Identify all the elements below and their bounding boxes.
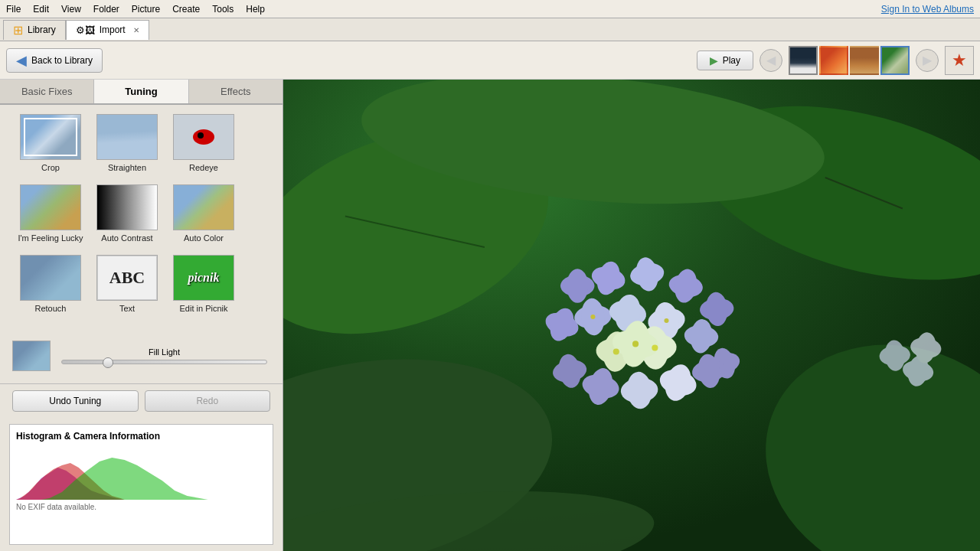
histogram-title: Histogram & Camera Information — [16, 431, 266, 442]
thumbnail-2[interactable] — [819, 46, 848, 75]
redeye-preview-image — [174, 115, 234, 159]
straighten-preview-image — [96, 114, 158, 160]
tool-autocontrast[interactable]: Auto Contrast — [89, 184, 165, 243]
text-abc-icon: ABC — [109, 268, 145, 288]
undo-redo-section: Undo Tuning Redo — [0, 383, 283, 418]
histogram-note: No EXIF data available. — [16, 503, 266, 511]
tool-retouch-thumb — [20, 255, 81, 301]
star-icon: ★ — [952, 51, 967, 70]
tools-grid: Crop Straighten Redeye — [0, 105, 283, 334]
edit-tabs: Basic Fixes Tuning Effects — [0, 80, 283, 105]
tool-autocolor-label: Auto Color — [184, 233, 224, 243]
back-to-library-button[interactable]: ◀ Back to Library — [6, 48, 103, 73]
tab-import[interactable]: ⚙🖼 Import ✕ — [66, 20, 149, 40]
tab-effects[interactable]: Effects — [189, 80, 283, 103]
svg-point-50 — [652, 344, 658, 350]
svg-point-53 — [664, 318, 668, 323]
fill-light-section: Fill Light — [0, 334, 283, 383]
menubar: File Edit View Folder Picture Create Too… — [0, 0, 980, 18]
tool-straighten[interactable]: Straighten — [89, 114, 165, 172]
redo-button[interactable]: Redo — [145, 390, 271, 412]
menu-tools[interactable]: Tools — [212, 4, 234, 15]
tool-lucky-thumb — [20, 184, 81, 230]
back-label: Back to Library — [31, 55, 93, 66]
library-icon: ⊞ — [13, 23, 23, 37]
main-layout: Basic Fixes Tuning Effects Crop Straight… — [0, 80, 980, 551]
svg-point-52 — [590, 315, 595, 319]
menu-help[interactable]: Help — [246, 4, 265, 15]
svg-point-12 — [567, 269, 588, 302]
play-button[interactable]: ▶ Play — [697, 51, 753, 70]
fill-light-slider-thumb[interactable] — [103, 357, 113, 368]
retouch-preview-image — [21, 256, 80, 300]
tool-text[interactable]: ABC Text — [89, 255, 165, 313]
thumbnail-1[interactable] — [789, 46, 818, 75]
crop-preview-image — [21, 115, 80, 159]
left-panel: Basic Fixes Tuning Effects Crop Straight… — [0, 80, 283, 551]
histogram-section: Histogram & Camera Information No EXIF d… — [9, 424, 273, 545]
menu-file[interactable]: File — [6, 4, 21, 15]
redeye-eye-icon — [193, 129, 214, 145]
autocolor-preview-image — [174, 185, 234, 230]
autocontrast-preview-image — [97, 185, 157, 230]
play-label: Play — [723, 55, 740, 66]
tool-text-label: Text — [119, 304, 135, 313]
tool-redeye-thumb — [173, 114, 234, 160]
star-button[interactable]: ★ — [945, 46, 974, 75]
tool-crop[interactable]: Crop — [12, 114, 89, 172]
menu-view[interactable]: View — [61, 4, 81, 15]
tab-library-label: Library — [28, 24, 56, 35]
picnik-preview-image: picnik — [174, 256, 234, 300]
thumbnail-strip — [789, 46, 910, 75]
thumbnail-3[interactable] — [850, 46, 879, 75]
tab-basic-fixes[interactable]: Basic Fixes — [0, 80, 94, 103]
undo-button[interactable]: Undo Tuning — [12, 390, 139, 412]
tool-text-thumb: ABC — [96, 255, 158, 301]
toolbar: ◀ Back to Library ▶ Play ◀ ▶ ★ — [0, 41, 980, 80]
tool-straighten-label: Straighten — [108, 163, 146, 172]
fill-light-preview — [13, 341, 50, 370]
tabbar: ⊞ Library ⚙🖼 Import ✕ — [0, 18, 980, 41]
signin-link[interactable]: Sign In to Web Albums — [881, 4, 974, 15]
histogram-svg — [16, 446, 266, 500]
menu-edit[interactable]: Edit — [33, 4, 49, 15]
next-button[interactable]: ▶ — [916, 49, 939, 72]
tool-picnik-label: Edit in Picnik — [180, 304, 228, 313]
tool-autocolor[interactable]: Auto Color — [165, 184, 242, 243]
thumbnail-4[interactable] — [880, 46, 910, 75]
tool-redeye-label: Redeye — [189, 163, 218, 172]
tool-crop-label: Crop — [41, 163, 60, 172]
tool-retouch[interactable]: Retouch — [12, 255, 89, 313]
play-icon: ▶ — [710, 54, 718, 67]
tool-lucky-label: I'm Feeling Lucky — [18, 233, 83, 243]
main-photo-svg — [283, 80, 980, 551]
svg-point-49 — [613, 348, 619, 354]
tool-straighten-thumb — [96, 114, 158, 160]
tool-crop-thumb — [20, 114, 81, 160]
tool-retouch-label: Retouch — [35, 304, 67, 313]
menu-picture[interactable]: Picture — [132, 4, 160, 15]
tool-redeye[interactable]: Redeye — [165, 114, 242, 172]
menu-create[interactable]: Create — [172, 4, 200, 15]
import-icon: ⚙🖼 — [76, 24, 95, 36]
fill-light-slider-track[interactable] — [61, 360, 267, 364]
text-preview-image: ABC — [97, 256, 157, 300]
tab-close-icon[interactable]: ✕ — [133, 26, 139, 34]
tool-lucky[interactable]: I'm Feeling Lucky — [12, 184, 89, 243]
fill-light-thumbnail — [12, 341, 51, 371]
tool-autocolor-thumb — [173, 184, 234, 230]
tool-autocontrast-thumb — [96, 184, 158, 230]
tool-picnik-thumb: picnik — [173, 255, 234, 301]
tool-picnik[interactable]: picnik Edit in Picnik — [165, 255, 242, 313]
menu-folder[interactable]: Folder — [93, 4, 119, 15]
lucky-preview-image — [21, 185, 80, 230]
prev-button[interactable]: ◀ — [760, 49, 782, 72]
tab-import-label: Import — [100, 24, 126, 35]
tab-tuning[interactable]: Tuning — [94, 80, 188, 103]
fill-light-control: Fill Light — [58, 347, 270, 364]
tool-autocontrast-label: Auto Contrast — [101, 233, 152, 243]
tab-library[interactable]: ⊞ Library — [3, 20, 66, 40]
picnik-logo: picnik — [188, 271, 220, 285]
fill-light-label: Fill Light — [58, 347, 270, 357]
svg-point-51 — [632, 341, 639, 347]
